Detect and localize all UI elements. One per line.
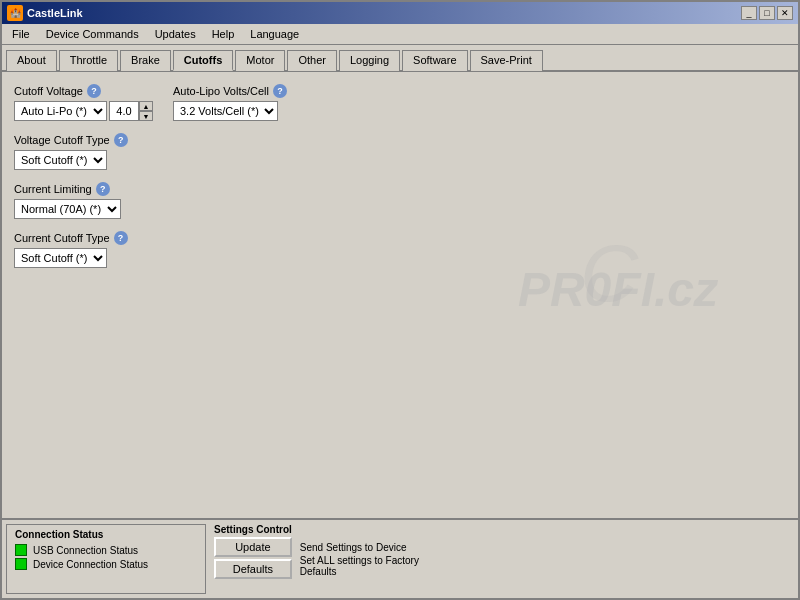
tab-throttle[interactable]: Throttle (59, 50, 118, 71)
device-status-label: Device Connection Status (33, 559, 148, 570)
tab-other[interactable]: Other (287, 50, 337, 71)
settings-section: Settings Control Update Defaults (214, 524, 292, 579)
tab-bar: About Throttle Brake Cutoffs Motor Other… (2, 45, 798, 72)
main-content: C PR0FI.cz Cutoff Voltage ? Auto Li-Po (… (2, 72, 798, 518)
tab-save-print[interactable]: Save-Print (470, 50, 543, 71)
tab-software[interactable]: Software (402, 50, 467, 71)
voltage-cutoff-type-group: Voltage Cutoff Type ? Soft Cutoff (*) Ha… (14, 133, 786, 170)
defaults-button[interactable]: Defaults (214, 559, 292, 579)
title-bar: 🏰 CastleLink _ □ ✕ (2, 2, 798, 24)
voltage-cutoff-type-label-row: Voltage Cutoff Type ? (14, 133, 786, 147)
status-bar: Connection Status USB Connection Status … (2, 518, 798, 598)
current-limiting-label: Current Limiting (14, 183, 92, 195)
voltage-cutoff-type-select[interactable]: Soft Cutoff (*) Hard Cutoff (14, 150, 107, 170)
current-cutoff-type-label-row: Current Cutoff Type ? (14, 231, 786, 245)
spinbox-up[interactable]: ▲ (139, 101, 153, 111)
current-cutoff-type-label: Current Cutoff Type (14, 232, 110, 244)
defaults-description: Set ALL settings to Factory Defaults (300, 555, 420, 577)
spinbox-down[interactable]: ▼ (139, 111, 153, 121)
current-cutoff-type-help[interactable]: ? (114, 231, 128, 245)
window-title: CastleLink (27, 7, 83, 19)
watermark-text: PR0FI.cz (518, 262, 718, 317)
maximize-button[interactable]: □ (759, 6, 775, 20)
settings-buttons: Update Defaults (214, 537, 292, 579)
current-limiting-group: Current Limiting ? Normal (70A) (*) Low … (14, 182, 786, 219)
tab-about[interactable]: About (6, 50, 57, 71)
connection-status-panel: Connection Status USB Connection Status … (6, 524, 206, 594)
auto-lipo-label-row: Auto-Lipo Volts/Cell ? (173, 84, 287, 98)
title-bar-left: 🏰 CastleLink (7, 5, 83, 21)
current-cutoff-type-group: Current Cutoff Type ? Soft Cutoff (*) Ha… (14, 231, 786, 268)
menu-updates[interactable]: Updates (147, 26, 204, 42)
settings-control-title: Settings Control (214, 524, 292, 535)
usb-status-label: USB Connection Status (33, 545, 138, 556)
menu-file[interactable]: File (4, 26, 38, 42)
close-button[interactable]: ✕ (777, 6, 793, 20)
window-controls: _ □ ✕ (741, 6, 793, 20)
auto-lipo-select[interactable]: 3.2 Volts/Cell (*) 3.0 Volts/Cell 3.4 Vo… (173, 101, 278, 121)
settings-control-panel: Settings Control Update Defaults Send Se… (214, 524, 420, 594)
voltage-cutoff-type-help[interactable]: ? (114, 133, 128, 147)
tab-motor[interactable]: Motor (235, 50, 285, 71)
cutoff-voltage-select-container: Auto Li-Po (*) Manual Disabled 4.0 ▲ ▼ (14, 101, 153, 121)
device-status-item: Device Connection Status (15, 558, 197, 570)
settings-descriptions: Send Settings to Device Set ALL settings… (300, 542, 420, 577)
spinbox-buttons: ▲ ▼ (139, 101, 153, 121)
connection-status-title: Connection Status (15, 529, 197, 540)
tab-logging[interactable]: Logging (339, 50, 400, 71)
cutoff-voltage-help[interactable]: ? (87, 84, 101, 98)
usb-status-item: USB Connection Status (15, 544, 197, 556)
voltage-cutoff-type-label: Voltage Cutoff Type (14, 134, 110, 146)
device-status-led (15, 558, 27, 570)
minimize-button[interactable]: _ (741, 6, 757, 20)
cutoff-voltage-label: Cutoff Voltage (14, 85, 83, 97)
menu-language[interactable]: Language (242, 26, 307, 42)
cutoff-voltage-spinbox: 4.0 ▲ ▼ (109, 101, 153, 121)
tab-cutoffs[interactable]: Cutoffs (173, 50, 234, 71)
menu-bar: File Device Commands Updates Help Langua… (2, 24, 798, 45)
menu-device-commands[interactable]: Device Commands (38, 26, 147, 42)
current-cutoff-type-select[interactable]: Soft Cutoff (*) Hard Cutoff (14, 248, 107, 268)
current-limiting-select[interactable]: Normal (70A) (*) Low (50A) High (90A) (14, 199, 121, 219)
current-limiting-label-row: Current Limiting ? (14, 182, 786, 196)
auto-lipo-help[interactable]: ? (273, 84, 287, 98)
main-window: 🏰 CastleLink _ □ ✕ File Device Commands … (0, 0, 800, 600)
cutoff-voltage-select[interactable]: Auto Li-Po (*) Manual Disabled (14, 101, 107, 121)
auto-lipo-group: Auto-Lipo Volts/Cell ? 3.2 Volts/Cell (*… (173, 84, 287, 121)
app-icon: 🏰 (7, 5, 23, 21)
cutoff-voltage-spinbox-input[interactable]: 4.0 (109, 101, 139, 121)
current-limiting-help[interactable]: ? (96, 182, 110, 196)
cutoff-voltage-label-row: Cutoff Voltage ? (14, 84, 153, 98)
usb-status-led (15, 544, 27, 556)
update-description: Send Settings to Device (300, 542, 420, 553)
auto-lipo-label: Auto-Lipo Volts/Cell (173, 85, 269, 97)
cutoff-voltage-row: Cutoff Voltage ? Auto Li-Po (*) Manual D… (14, 84, 786, 133)
tab-brake[interactable]: Brake (120, 50, 171, 71)
update-button[interactable]: Update (214, 537, 292, 557)
cutoff-voltage-group: Cutoff Voltage ? Auto Li-Po (*) Manual D… (14, 84, 153, 121)
menu-help[interactable]: Help (204, 26, 243, 42)
